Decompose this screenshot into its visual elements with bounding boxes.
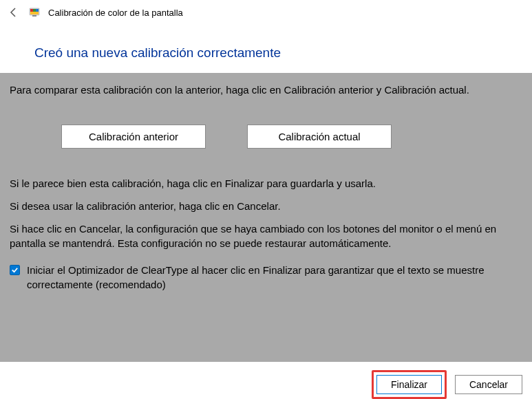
app-icon <box>29 7 40 18</box>
svg-rect-2 <box>33 9 36 12</box>
finish-instruction: Si le parece bien esta calibración, haga… <box>10 176 522 191</box>
compare-instruction: Para comparar esta calibración con la an… <box>10 83 522 97</box>
footer-bar: Finalizar Cancelar <box>0 362 532 399</box>
cleartype-checkbox[interactable] <box>10 265 20 275</box>
cleartype-checkbox-label: Iniciar el Optimizador de ClearType al h… <box>27 263 522 292</box>
window-title: Calibración de color de la pantalla <box>48 8 183 18</box>
cancel-button[interactable]: Cancelar <box>455 375 522 394</box>
highlight-annotation: Finalizar <box>372 370 447 399</box>
previous-calibration-button[interactable]: Calibración anterior <box>61 125 206 149</box>
back-button[interactable] <box>7 6 21 19</box>
content-area: Para comparar esta calibración con la an… <box>0 73 532 362</box>
page-heading: Creó una nueva calibración correctamente <box>34 45 532 61</box>
svg-rect-3 <box>36 9 39 12</box>
svg-rect-5 <box>32 15 36 17</box>
svg-rect-4 <box>30 12 39 14</box>
current-calibration-button[interactable]: Calibración actual <box>247 125 392 149</box>
svg-rect-1 <box>30 9 33 12</box>
finish-button[interactable]: Finalizar <box>376 375 442 394</box>
cancel-instruction: Si desea usar la calibración anterior, h… <box>10 199 522 213</box>
cancel-warning: Si hace clic en Cancelar, la configuraci… <box>10 222 522 250</box>
